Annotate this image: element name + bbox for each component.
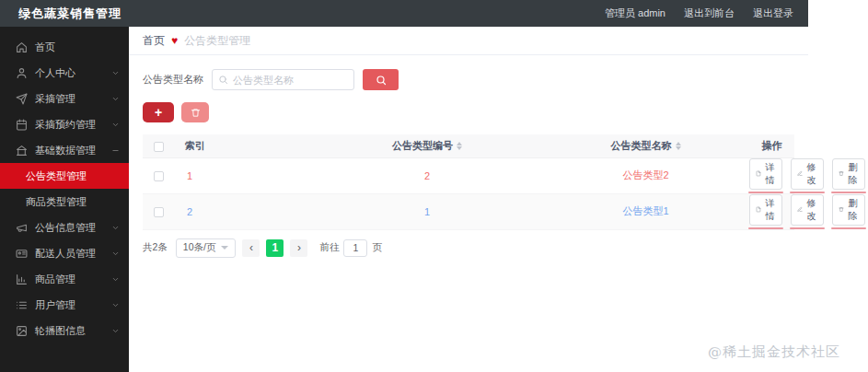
prev-page-button[interactable]: ‹	[242, 239, 260, 257]
sidebar-item-profile[interactable]: 个人中心	[0, 60, 129, 86]
delete-button[interactable]: 删除	[832, 194, 865, 226]
detail-button[interactable]: 详情	[749, 158, 782, 190]
select-all-checkbox[interactable]	[154, 142, 164, 152]
sidebar-item-product-type[interactable]: 商品类型管理	[0, 189, 129, 215]
action-underline	[831, 192, 867, 193]
trash-icon	[839, 169, 844, 178]
sidebar-item-carousel[interactable]: 轮播图信息	[0, 318, 129, 343]
search-input-wrap	[212, 69, 354, 90]
pagination-total: 共2条	[143, 241, 168, 254]
table-row: 2 1 公告类型1 详情 修改 删除	[143, 193, 794, 229]
cell-index[interactable]: 1	[187, 170, 192, 181]
cell-index[interactable]: 2	[187, 206, 192, 217]
sidebar-item-label: 首页	[35, 41, 55, 54]
action-underline	[831, 227, 867, 229]
sidebar-item-label: 基础数据管理	[35, 144, 96, 157]
sidebar-item-label: 用户管理	[35, 298, 75, 312]
column-header-name[interactable]: 公告类型名称	[542, 134, 749, 157]
sort-icon[interactable]	[457, 142, 462, 150]
heart-icon: ♥	[171, 34, 178, 47]
column-header-index: 索引	[174, 134, 312, 157]
chevron-down-icon	[111, 69, 120, 77]
logout-link[interactable]: 退出登录	[753, 6, 793, 20]
app-title: 绿色蔬菜销售管理	[18, 6, 122, 22]
chevron-down-icon	[111, 327, 120, 335]
sidebar-item-label: 采摘预约管理	[35, 118, 96, 132]
page: 绿色蔬菜销售管理 管理员 admin 退出到前台 退出登录 首页 个人中心	[0, 0, 868, 372]
search-icon	[218, 75, 228, 85]
column-header-code[interactable]: 公告类型编号	[312, 134, 542, 157]
page-size-select[interactable]: 10条/页	[176, 238, 237, 258]
sidebar-item-label: 公告信息管理	[35, 221, 96, 235]
sidebar-item-delivery-staff[interactable]: 配送人员管理	[0, 240, 129, 266]
megaphone-icon	[16, 222, 28, 234]
calendar-icon	[16, 119, 28, 131]
cell-name[interactable]: 公告类型1	[622, 205, 668, 216]
search-input[interactable]	[233, 75, 348, 86]
pagination: 共2条 10条/页 ‹ 1 › 前往 页	[143, 238, 808, 258]
search-icon	[376, 75, 387, 86]
breadcrumb-home[interactable]: 首页	[143, 33, 165, 49]
cell-code[interactable]: 2	[424, 170, 430, 181]
sidebar-item-basic-data[interactable]: 基础数据管理	[0, 137, 129, 163]
sidebar-item-home[interactable]: 首页	[0, 34, 129, 60]
home-icon	[16, 41, 28, 53]
goto-page-input[interactable]	[343, 239, 367, 257]
chevron-down-icon	[111, 250, 120, 258]
chevron-down-icon	[111, 121, 120, 129]
edit-button[interactable]: 修改	[791, 194, 824, 226]
topbar-right: 管理员 admin 退出到前台 退出登录	[605, 6, 793, 20]
sidebar-item-label: 配送人员管理	[35, 247, 96, 261]
action-underline	[748, 192, 784, 193]
row-checkbox[interactable]	[154, 171, 164, 181]
cell-code[interactable]: 1	[424, 206, 430, 217]
doc-icon	[756, 205, 761, 214]
column-header-ops: 操作	[749, 134, 794, 157]
sidebar-item-label: 采摘管理	[35, 92, 75, 106]
row-checkbox[interactable]	[154, 207, 164, 217]
exit-front-link[interactable]: 退出到前台	[684, 6, 735, 20]
send-icon	[16, 93, 28, 105]
page-1-button[interactable]: 1	[266, 239, 284, 257]
search-button[interactable]	[363, 69, 399, 90]
announcement-type-table: 索引 公告类型编号 公告类型名称 操作 1 2 公告类型2	[143, 134, 794, 230]
doc-icon	[756, 169, 761, 178]
list-icon	[16, 299, 28, 311]
sidebar-item-announcement-type[interactable]: 公告类型管理	[0, 163, 129, 189]
cell-name[interactable]: 公告类型2	[622, 169, 668, 180]
goto-page: 前往 页	[319, 239, 382, 257]
delete-button[interactable]: 删除	[832, 158, 865, 190]
sort-icon[interactable]	[676, 142, 681, 150]
sidebar-item-label: 商品管理	[35, 273, 75, 286]
chevron-down-icon	[111, 301, 120, 309]
minus-icon	[111, 146, 120, 155]
table-header-row: 索引 公告类型编号 公告类型名称 操作	[143, 134, 794, 157]
main-content: 首页 ♥ 公告类型管理 公告类型名称 +	[129, 27, 808, 372]
action-underline	[790, 227, 826, 229]
sidebar: 首页 个人中心 采摘管理 采摘预约管理	[0, 27, 129, 372]
edit-button[interactable]: 修改	[791, 158, 824, 190]
goto-unit: 页	[372, 241, 382, 254]
add-button[interactable]: +	[143, 102, 174, 122]
detail-button[interactable]: 详情	[749, 194, 782, 226]
user-label: 管理员 admin	[605, 6, 665, 20]
action-underline	[790, 192, 826, 193]
sidebar-item-products[interactable]: 商品管理	[0, 266, 129, 292]
table-row: 1 2 公告类型2 详情 修改 删除	[143, 157, 794, 193]
breadcrumb: 首页 ♥ 公告类型管理	[129, 27, 808, 55]
sidebar-item-users[interactable]: 用户管理	[0, 292, 129, 318]
sidebar-item-announcement-info[interactable]: 公告信息管理	[0, 215, 129, 240]
search-row: 公告类型名称	[143, 69, 808, 90]
sidebar-item-label: 商品类型管理	[26, 195, 87, 209]
chart-icon	[16, 273, 28, 285]
chevron-down-icon	[111, 224, 120, 232]
image-icon	[16, 325, 28, 337]
pencil-icon	[797, 205, 803, 214]
sidebar-item-label: 轮播图信息	[35, 324, 86, 338]
sidebar-item-picking-reservation[interactable]: 采摘预约管理	[0, 111, 129, 137]
next-page-button[interactable]: ›	[290, 239, 307, 257]
batch-delete-button[interactable]	[181, 102, 209, 122]
sidebar-item-picking[interactable]: 采摘管理	[0, 86, 129, 111]
table-toolbar: +	[143, 102, 808, 122]
chevron-down-icon	[221, 246, 228, 250]
